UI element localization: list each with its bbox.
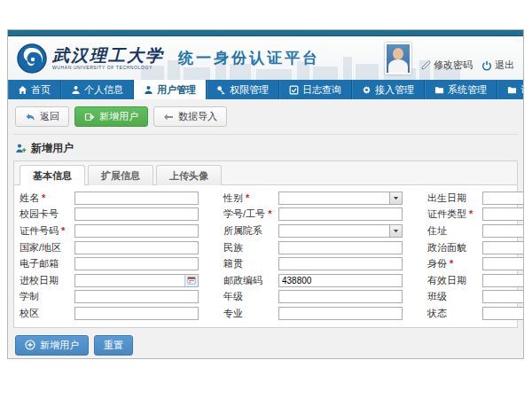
pencil-icon <box>420 60 431 71</box>
nav-tab-subscribe[interactable]: 订阅管理 <box>497 80 524 99</box>
field-label-ethnicity: 民族 <box>223 241 278 254</box>
home-icon <box>18 85 27 95</box>
field-label-major: 专业 <box>223 307 278 320</box>
form-field-ethnicity: 民族 <box>223 240 415 255</box>
political-status-input[interactable] <box>482 241 524 254</box>
field-label-student-id: 学号/工号 * <box>223 207 278 221</box>
status-input[interactable] <box>482 307 524 320</box>
tab-extended-info[interactable]: 扩展信息 <box>88 165 153 185</box>
field-label-political-status: 政治面貌 <box>427 241 482 254</box>
postal-code-input[interactable] <box>278 274 403 287</box>
field-label-campus-card: 校园卡号 <box>20 207 74 221</box>
schooling-length-input[interactable] <box>74 290 199 303</box>
required-asterisk: * <box>268 208 271 219</box>
ethnicity-input[interactable] <box>278 241 403 254</box>
new-user-panel: 基本信息扩展信息上传头像 姓名 *性别 *出生日期 校园卡号 学号/工号 *证件… <box>13 160 518 328</box>
field-label-class: 班级 <box>427 290 482 303</box>
chevron-down-icon[interactable] <box>389 225 402 237</box>
form-field-email: 电子邮箱 <box>20 256 211 271</box>
form-field-enroll-date: 进校日期 <box>20 273 211 288</box>
id-number-input[interactable] <box>74 224 199 238</box>
form-field-identity: 身份 * <box>427 256 524 271</box>
class-input[interactable] <box>482 290 524 303</box>
native-place-input[interactable] <box>278 257 403 270</box>
valid-date-input[interactable] <box>482 274 524 287</box>
field-label-native-place: 籍贯 <box>223 257 278 270</box>
plus-circle-icon <box>25 340 35 350</box>
tab-basic-info[interactable]: 基本信息 <box>20 165 85 185</box>
field-label-id-number: 证件号码 * <box>20 224 74 238</box>
nav-tab-label: 日志查询 <box>302 83 341 97</box>
nav-tab-label: 首页 <box>31 83 51 97</box>
form-field-grade: 年级 <box>223 290 415 305</box>
platform-title: 统一身份认证平台 <box>178 48 320 68</box>
import-arrow-icon <box>163 112 174 122</box>
identity-input[interactable] <box>482 257 524 270</box>
new-user-form: 姓名 *性别 *出生日期 校园卡号 学号/工号 *证件类型 *证件号码 *所属院… <box>14 185 517 327</box>
section-title: 新增用户 <box>15 141 516 156</box>
required-asterisk: * <box>42 192 45 203</box>
back-arrow-icon <box>25 112 35 122</box>
nav-tab-users[interactable]: 用户管理 <box>134 80 207 99</box>
id-type-input[interactable] <box>482 207 524 221</box>
logout-link[interactable]: 退出 <box>481 59 514 74</box>
field-label-schooling-length: 学制 <box>20 290 74 303</box>
nav-tab-label: 接入管理 <box>375 83 414 97</box>
form-field-country: 国家/地区 <box>20 240 211 255</box>
major-input[interactable] <box>278 307 403 320</box>
add-user-toolbar-button[interactable]: 新增用户 <box>74 106 148 127</box>
nav-tab-access[interactable]: 接入管理 <box>352 80 425 99</box>
toolbar: 返回 新增用户 数据导入 <box>13 104 518 135</box>
app-header: 武汉理工大学 WUHAN UNIVERSITY OF TECHNOLOGY 统一… <box>8 36 523 80</box>
form-field-campus-card: 校园卡号 <box>20 207 211 223</box>
calendar-icon[interactable] <box>184 275 198 286</box>
change-password-link[interactable]: 修改密码 <box>420 59 473 74</box>
back-button[interactable]: 返回 <box>15 106 69 127</box>
nav-tab-system[interactable]: 系统管理 <box>425 80 497 99</box>
nav-tab-profile[interactable]: 个人信息 <box>61 80 134 99</box>
campus-card-input[interactable] <box>74 207 199 221</box>
submit-add-user-button[interactable]: 新增用户 <box>15 335 89 356</box>
form-field-valid-date: 有效日期 <box>427 273 524 288</box>
tab-upload-avatar[interactable]: 上传头像 <box>156 165 222 185</box>
reset-button[interactable]: 重置 <box>94 335 133 356</box>
student-id-input[interactable] <box>278 207 403 221</box>
form-field-gender: 性别 * <box>223 191 415 206</box>
field-label-gender: 性别 * <box>223 192 278 205</box>
form-field-political-status: 政治面貌 <box>427 240 524 255</box>
page-content: 返回 新增用户 数据导入 新增用户 基本信息扩展信息上传头像 姓名 *性别 *出… <box>8 99 523 359</box>
campus-input[interactable] <box>74 307 199 320</box>
address-input[interactable] <box>482 224 524 238</box>
grade-input[interactable] <box>278 290 403 303</box>
nav-tab-home[interactable]: 首页 <box>8 80 61 99</box>
form-field-status: 状态 <box>427 306 524 321</box>
data-import-button[interactable]: 数据导入 <box>153 106 227 127</box>
name-input[interactable] <box>74 192 199 205</box>
field-label-address: 住址 <box>427 224 482 238</box>
power-icon <box>481 60 492 71</box>
brand-area: 武汉理工大学 WUHAN UNIVERSITY OF TECHNOLOGY 统一… <box>17 43 320 74</box>
nav-tab-perms[interactable]: 权限管理 <box>207 80 279 99</box>
person-icon <box>144 85 153 95</box>
department-select[interactable] <box>278 224 403 238</box>
user-avatar[interactable] <box>385 43 411 74</box>
enroll-date-input[interactable] <box>74 274 199 287</box>
birth-date-input[interactable] <box>482 192 524 205</box>
reset-button-label: 重置 <box>104 339 123 352</box>
gender-select[interactable] <box>278 192 403 205</box>
nav-tab-logs[interactable]: 日志查询 <box>279 80 352 99</box>
form-tabbar: 基本信息扩展信息上传头像 <box>14 161 517 185</box>
add-user-toolbar-label: 新增用户 <box>99 110 138 123</box>
nav-tab-label: 用户管理 <box>157 83 196 97</box>
back-button-label: 返回 <box>40 110 59 123</box>
form-field-department: 所属院系 <box>223 223 415 239</box>
field-label-birth-date: 出生日期 <box>427 192 482 205</box>
email-input[interactable] <box>74 257 199 270</box>
form-field-id-type: 证件类型 * <box>427 207 524 223</box>
window-top-accent <box>8 30 523 36</box>
field-label-postal-code: 邮政编码 <box>223 274 278 287</box>
country-input[interactable] <box>74 241 199 254</box>
chevron-down-icon[interactable] <box>389 192 402 204</box>
form-field-student-id: 学号/工号 * <box>223 207 415 223</box>
form-field-major: 专业 <box>223 306 415 321</box>
